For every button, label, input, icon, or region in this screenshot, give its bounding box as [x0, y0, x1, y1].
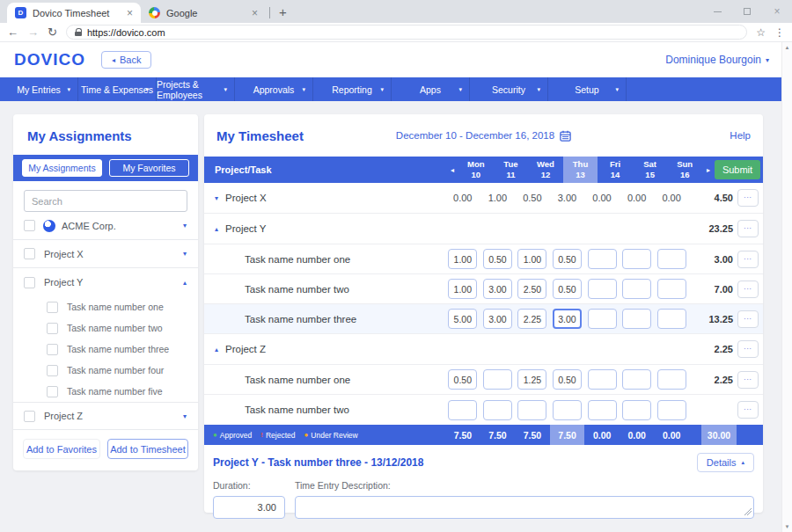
- list-item-task-five[interactable]: Task name number five: [13, 381, 198, 402]
- list-item-task-one[interactable]: Task name number one: [13, 296, 198, 317]
- add-to-timesheet-button[interactable]: Add to Timesheet: [107, 439, 188, 459]
- hours-input[interactable]: [553, 279, 582, 299]
- add-to-favorites-button[interactable]: Add to Favorites: [23, 439, 100, 459]
- hours-input[interactable]: [657, 249, 686, 269]
- hours-input[interactable]: [448, 400, 477, 420]
- hours-input[interactable]: [517, 279, 546, 299]
- day-header-wed[interactable]: Wed12: [528, 157, 563, 183]
- hours-input[interactable]: [622, 369, 651, 390]
- hours-input[interactable]: [622, 309, 651, 329]
- prev-week-icon[interactable]: ◂: [446, 157, 458, 183]
- list-item-task-four[interactable]: Task name number four: [13, 360, 198, 381]
- date-range-text[interactable]: December 10 - December 16, 2018: [396, 130, 554, 141]
- tab-dovico-timesheet[interactable]: D Dovico Timesheet ×: [7, 3, 141, 23]
- nav-time-expenses[interactable]: Time & Expenses▾: [78, 77, 157, 101]
- row-more-button[interactable]: ...: [737, 189, 759, 207]
- hours-input[interactable]: [553, 400, 582, 420]
- scroll-up-icon[interactable]: ▲: [785, 45, 790, 50]
- list-item-acme[interactable]: ACME Corp. ▾: [13, 212, 198, 240]
- caret-up-icon[interactable]: ▴: [215, 346, 218, 353]
- hours-input[interactable]: [588, 309, 617, 329]
- list-item-project-x[interactable]: Project X ▾: [13, 240, 198, 268]
- resize-grip-icon[interactable]: [744, 508, 752, 515]
- checkbox[interactable]: [24, 277, 35, 288]
- checkbox[interactable]: [47, 302, 58, 313]
- tab-google[interactable]: Google ×: [141, 3, 266, 23]
- project-label[interactable]: ▴Project Z: [204, 344, 433, 354]
- nav-apps[interactable]: Apps▾: [392, 77, 470, 101]
- hours-input[interactable]: [517, 369, 546, 390]
- help-link[interactable]: Help: [730, 130, 751, 141]
- project-label[interactable]: ▴Project Y: [204, 223, 433, 234]
- bookmark-star-icon[interactable]: ☆: [756, 26, 766, 39]
- new-tab-button[interactable]: +: [279, 4, 287, 19]
- address-bar[interactable]: https://dovico.com: [66, 25, 747, 40]
- hours-input[interactable]: [517, 309, 546, 329]
- hours-input[interactable]: [588, 279, 617, 299]
- browser-menu-icon[interactable]: ⋮: [774, 26, 785, 39]
- search-input[interactable]: [24, 190, 187, 212]
- hours-input[interactable]: [448, 309, 477, 329]
- caret-up-icon[interactable]: ▴: [215, 225, 218, 233]
- tab-close-icon[interactable]: ×: [252, 8, 258, 18]
- calendar-icon[interactable]: [560, 130, 571, 142]
- url-text[interactable]: https://dovico.com: [87, 27, 165, 38]
- browser-forward-icon[interactable]: →: [27, 26, 39, 38]
- row-more-button[interactable]: ...: [737, 371, 759, 389]
- hours-input[interactable]: [553, 249, 582, 269]
- browser-reload-icon[interactable]: ↻: [48, 26, 57, 38]
- page-scrollbar[interactable]: ▲ ▼: [781, 42, 792, 532]
- hours-input[interactable]: [657, 369, 686, 390]
- project-label[interactable]: ▾Project X: [204, 193, 433, 203]
- caret-down-icon[interactable]: ▾: [183, 222, 187, 230]
- details-toggle-button[interactable]: Details ▴: [697, 453, 754, 472]
- caret-down-icon[interactable]: ▾: [183, 250, 187, 258]
- hours-input[interactable]: [483, 369, 512, 390]
- hours-input[interactable]: [483, 249, 512, 269]
- hours-input[interactable]: [483, 309, 512, 329]
- hours-input[interactable]: [588, 400, 617, 420]
- hours-input[interactable]: [622, 249, 651, 269]
- description-textarea[interactable]: [295, 496, 754, 519]
- hours-input[interactable]: [448, 369, 477, 390]
- browser-back-icon[interactable]: ←: [7, 26, 18, 38]
- tab-my-favorites[interactable]: My Favorites: [109, 159, 189, 177]
- caret-down-icon[interactable]: ▾: [215, 194, 218, 202]
- scroll-down-icon[interactable]: ▼: [785, 524, 790, 529]
- list-item-project-z[interactable]: Project Z ▾: [13, 402, 198, 430]
- row-more-button[interactable]: ...: [737, 220, 759, 237]
- hours-input-focused[interactable]: [553, 309, 582, 329]
- hours-input[interactable]: [483, 279, 512, 299]
- nav-approvals[interactable]: Approvals▾: [235, 77, 313, 101]
- day-header-fri[interactable]: Fri14: [598, 157, 633, 183]
- nav-reporting[interactable]: Reporting▾: [313, 77, 392, 101]
- row-more-button[interactable]: ...: [737, 340, 759, 358]
- day-header-tue[interactable]: Tue11: [494, 157, 529, 183]
- checkbox[interactable]: [24, 220, 35, 231]
- nav-my-entries[interactable]: My Entries▾: [0, 77, 78, 101]
- hours-input[interactable]: [657, 279, 686, 299]
- caret-up-icon[interactable]: ▴: [183, 279, 187, 287]
- nav-projects-employees[interactable]: Projects & Employees▾: [157, 77, 235, 101]
- day-header-mon[interactable]: Mon10: [458, 157, 494, 183]
- list-item-task-three[interactable]: Task name number three: [13, 339, 198, 360]
- tab-my-assignments[interactable]: My Assignments: [22, 159, 102, 177]
- hours-input[interactable]: [517, 400, 546, 420]
- next-week-icon[interactable]: ▸: [702, 157, 715, 183]
- close-button[interactable]: ×: [762, 5, 792, 18]
- nav-setup[interactable]: Setup▾: [548, 77, 627, 101]
- checkbox[interactable]: [24, 411, 35, 422]
- list-item-project-y[interactable]: Project Y ▴: [13, 268, 198, 296]
- hours-input[interactable]: [622, 279, 651, 299]
- hours-input[interactable]: [657, 309, 686, 329]
- tab-close-icon[interactable]: ×: [127, 8, 133, 18]
- user-menu[interactable]: Dominique Bourgoin ▾: [665, 54, 769, 66]
- hours-input[interactable]: [448, 249, 477, 269]
- checkbox[interactable]: [24, 248, 35, 259]
- hours-input[interactable]: [483, 400, 512, 420]
- hours-input[interactable]: [622, 400, 651, 420]
- list-item-task-two[interactable]: Task name number two: [13, 317, 198, 339]
- hours-input[interactable]: [657, 400, 686, 420]
- duration-input[interactable]: [213, 496, 285, 519]
- day-header-sat[interactable]: Sat15: [633, 157, 668, 183]
